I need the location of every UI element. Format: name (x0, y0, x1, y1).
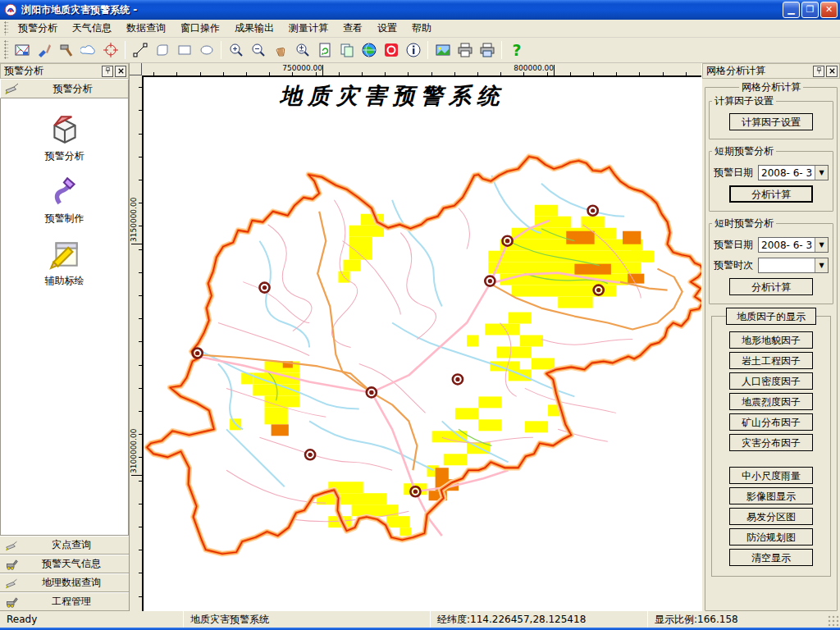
factor-button-2[interactable]: 人口密度因子 (729, 372, 813, 390)
short-time-date-combo[interactable]: 2008- 6- 3 ▼ (758, 237, 829, 253)
minimize-button[interactable]: ▁ (783, 2, 800, 18)
print-preview-button[interactable] (477, 40, 497, 61)
info-button[interactable] (403, 40, 423, 61)
window-title: 浏阳市地质灾害预警系统 - (21, 3, 783, 17)
town-marker-dot (308, 453, 312, 457)
globe-button[interactable] (358, 40, 379, 61)
left-bottom-bar-2[interactable]: 地理数据查询 (0, 573, 129, 592)
cloud-button[interactable] (78, 40, 98, 61)
town-marker (485, 276, 495, 286)
close-icon[interactable] (826, 66, 838, 77)
menu-item-6[interactable]: 查看 (336, 20, 370, 37)
short-term-date-combo[interactable]: 2008- 6- 3 ▼ (758, 165, 829, 180)
menubar-grip[interactable] (4, 21, 8, 35)
grid-analysis-group-title: 网格分析计算 (739, 80, 803, 94)
map-view-button[interactable] (11, 40, 32, 61)
warning-cell-yellow (344, 260, 361, 272)
display-button-1[interactable]: 影像图显示 (729, 487, 813, 504)
menu-item-0[interactable]: 预警分析 (11, 20, 65, 37)
menu-item-5[interactable]: 测量计算 (281, 20, 336, 37)
left-bottom-bar-1[interactable]: 预警天气信息 (0, 555, 129, 573)
copy-map-icon (339, 42, 355, 58)
menu-item-2[interactable]: 数据查询 (119, 20, 173, 37)
warning-cell-yellow (340, 493, 386, 504)
display-button-2[interactable]: 易发分区图 (729, 508, 813, 525)
image-export-button[interactable] (432, 40, 453, 61)
left-item-2[interactable]: 辅助标绘 (1, 236, 128, 299)
factor-button-5[interactable]: 灾害分布因子 (729, 434, 813, 451)
menu-item-4[interactable]: 成果输出 (227, 20, 281, 37)
left-bottom-bar-label: 地理数据查询 (19, 576, 124, 590)
left-item-1[interactable]: 预警制作 (1, 174, 128, 236)
marker-pen-icon (48, 174, 82, 208)
copy-map-button[interactable] (336, 40, 357, 61)
short-time-analyze-button[interactable]: 分析计算 (729, 278, 813, 295)
factor-button-3[interactable]: 地震烈度因子 (729, 393, 813, 410)
left-bottom-bar-0[interactable]: 灾点查询 (0, 536, 129, 555)
zoom-out-button[interactable] (248, 40, 268, 61)
chevron-down-icon[interactable]: ▼ (815, 166, 828, 180)
main-area: 预警分析 预警分析 预警分析预警制作辅助标绘 灾点查询预警天气信息地理数据查询工… (0, 63, 840, 611)
river (491, 176, 541, 233)
toolbar-grip[interactable] (4, 40, 8, 60)
restore-button[interactable]: ❐ (801, 2, 819, 18)
short-term-analyze-button[interactable]: 分析计算 (729, 185, 813, 203)
center-target-button[interactable] (100, 40, 121, 61)
draw-rect-button[interactable] (174, 40, 194, 61)
pin-icon[interactable] (102, 66, 113, 77)
factor-display-header-button[interactable]: 地质因子的显示 (726, 308, 816, 325)
status-scale: 显示比例:166.158 (648, 611, 827, 628)
draw-line-icon (132, 42, 148, 58)
town-marker-dot (455, 377, 459, 381)
menu-item-1[interactable]: 天气信息 (65, 20, 119, 37)
left-bottom-bar-3[interactable]: 工程管理 (0, 592, 129, 611)
zoom-in-button[interactable] (226, 40, 246, 61)
toolbar-separator (221, 41, 221, 59)
help-button[interactable]: ? (506, 40, 527, 61)
draw-ellipse-button[interactable] (196, 40, 217, 61)
factor-button-4[interactable]: 矿山分布因子 (729, 413, 813, 431)
factor-button-1[interactable]: 岩土工程因子 (729, 352, 813, 369)
factor-button-0[interactable]: 地形地貌因子 (729, 331, 813, 349)
map-title: 地质灾害预警系统 (279, 83, 505, 108)
hammer-button[interactable] (56, 40, 76, 61)
pin-icon[interactable] (813, 66, 824, 77)
vertical-ruler: 3150000.003100000.00 (130, 75, 142, 611)
ruler-major-tick (131, 244, 142, 244)
chevron-down-icon[interactable]: ▼ (815, 238, 828, 252)
pan-button[interactable] (270, 40, 290, 61)
refresh-view-button[interactable] (314, 40, 335, 61)
display-button-4[interactable]: 清空显示 (729, 549, 813, 566)
draw-polygon-button[interactable] (152, 40, 172, 61)
sketch-icon (5, 538, 19, 552)
map-svg[interactable]: 地质灾害预警系统 (144, 77, 701, 611)
town-marker (367, 387, 377, 397)
town-marker-dot (488, 279, 492, 283)
admin-line (541, 340, 632, 345)
redraw-button[interactable] (34, 40, 54, 61)
resize-grip[interactable] (827, 614, 840, 628)
menu-item-3[interactable]: 窗口操作 (173, 20, 227, 37)
left-section-header[interactable]: 预警分析 (0, 79, 129, 98)
print-button[interactable] (454, 40, 475, 61)
ruler-label: 750000.00 (282, 64, 322, 72)
draw-line-button[interactable] (130, 40, 150, 61)
close-icon[interactable] (115, 66, 126, 77)
town-marker (594, 285, 604, 295)
admin-line (459, 208, 469, 249)
short-time-period-combo[interactable]: ▼ (758, 258, 829, 273)
redraw-icon (36, 42, 52, 58)
close-button[interactable]: ✕ (820, 2, 838, 18)
warning-cell-yellow (496, 346, 531, 358)
display-button-3[interactable]: 防治规划图 (729, 528, 813, 546)
town-marker-dot (369, 390, 373, 395)
map-canvas[interactable]: 地质灾害预警系统 (142, 75, 701, 611)
display-button-0[interactable]: 中小尺度雨量 (729, 467, 813, 484)
menu-item-7[interactable]: 设置 (370, 20, 404, 37)
zoom-extent-button[interactable] (292, 40, 313, 61)
left-item-0[interactable]: 预警分析 (1, 112, 128, 174)
chevron-down-icon[interactable]: ▼ (815, 258, 828, 272)
factor-setting-button[interactable]: 计算因子设置 (729, 113, 813, 130)
menu-item-8[interactable]: 帮助 (404, 20, 439, 37)
stop-button[interactable] (381, 40, 401, 61)
